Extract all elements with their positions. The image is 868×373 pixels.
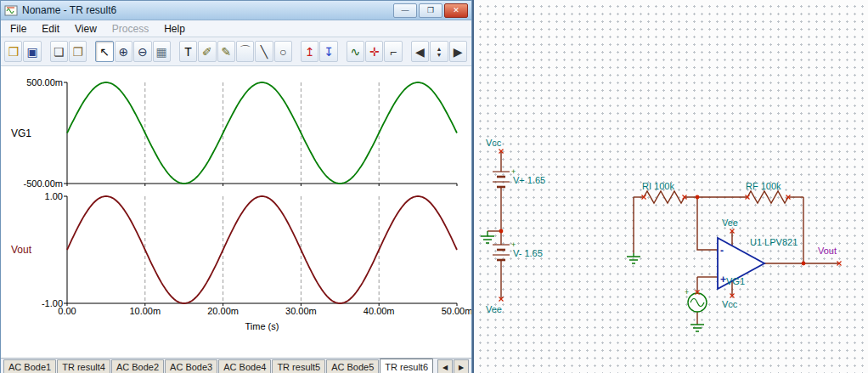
tab-tr-result4[interactable]: TR result4 — [57, 359, 110, 373]
opamp-minus-input: - — [720, 245, 724, 257]
battery-vplus-label[interactable]: V+ 1.65 — [513, 175, 545, 185]
copy-button[interactable]: ❏ — [50, 41, 68, 62]
close-button[interactable]: ✕ — [444, 3, 468, 18]
x-tick-label: 40.00m — [364, 306, 395, 316]
junction-dot — [499, 229, 504, 234]
schematic-canvas[interactable]: Vcc Vee + V+ 1.65 + V- 1.65 — [472, 0, 868, 373]
ground-ri[interactable] — [627, 253, 640, 263]
resistor-rf-label[interactable]: RF 100k — [746, 181, 781, 191]
cursor-icon: ↖ — [99, 45, 110, 59]
tab-scroll-right-button[interactable]: ▶ — [454, 359, 469, 373]
voltage-pin-button[interactable]: ↥ — [301, 41, 318, 62]
current-pin-button[interactable]: ↧ — [319, 41, 337, 62]
y-tick-label: 500.00m — [26, 77, 63, 88]
y-tick-label: 1.00 — [45, 191, 63, 201]
grid-icon: ▦ — [156, 45, 167, 59]
zoom-100-button[interactable]: ⊖ — [133, 41, 151, 62]
tab-scroll-buttons: ◀▶ — [437, 359, 469, 373]
zoom-100-icon: ⊖ — [138, 45, 148, 59]
opamp-vcc-pin-label[interactable]: Vcc — [722, 299, 738, 309]
menu-file[interactable]: File — [3, 22, 34, 36]
resistor-rf[interactable]: RF 100k — [746, 181, 788, 203]
line-icon: ╲ — [261, 45, 268, 59]
meter-button[interactable]: ⌒ — [236, 41, 254, 62]
restore-button[interactable]: ❐ — [419, 3, 442, 18]
waveform-icon: ∿ — [351, 45, 361, 59]
x-tick-label: 50.00m — [442, 306, 471, 316]
spinner-up-icon[interactable]: ▲ — [436, 46, 442, 52]
vout-port[interactable]: Vout — [818, 246, 837, 256]
battery-vminus[interactable]: + V- 1.65 — [493, 240, 543, 260]
vg1-curve[interactable] — [67, 82, 457, 184]
source-vg1-label[interactable]: VG1 — [726, 276, 745, 286]
result-tab-bar: AC Bode1TR result4AC Bode2AC Bode3AC Bod… — [1, 358, 471, 373]
x-tick-label: 20.00m — [207, 306, 239, 316]
text-button[interactable]: T — [179, 41, 197, 62]
meter-icon: ⌒ — [240, 44, 251, 59]
tab-ac-bode1[interactable]: AC Bode1 — [3, 359, 56, 373]
vee-net-label[interactable]: Vee — [486, 304, 502, 314]
spinner-button[interactable]: ▲▼ — [430, 41, 448, 62]
vcc-net-label[interactable]: Vcc — [486, 138, 502, 148]
window-title: Noname - TR result6 — [22, 4, 387, 16]
axes — [64, 82, 457, 306]
app-icon — [4, 4, 18, 16]
tab-scroll-left-button[interactable]: ◀ — [437, 359, 453, 373]
menu-view[interactable]: View — [67, 22, 104, 36]
opamp-vee-pin-label[interactable]: Vee — [722, 218, 738, 228]
time-axis-label: Time (s) — [245, 321, 279, 331]
menu-edit[interactable]: Edit — [34, 22, 67, 36]
add-pin-icon: ✛ — [369, 45, 380, 59]
tab-ac-bode4[interactable]: AC Bode4 — [218, 359, 271, 373]
save-button[interactable]: ▣ — [23, 41, 41, 62]
x-tick-label: 0.00 — [58, 306, 76, 316]
tab-tr-result5[interactable]: TR result5 — [272, 359, 325, 373]
voltage-pin-icon: ↥ — [305, 45, 315, 59]
ground-vg1[interactable] — [690, 325, 704, 331]
tab-ac-bode3[interactable]: AC Bode3 — [165, 359, 217, 373]
tool-prev-button[interactable]: ◀ — [411, 41, 429, 62]
menu-help[interactable]: Help — [156, 22, 193, 36]
corner-button[interactable]: ⌐ — [384, 41, 402, 62]
copy-icon: ❏ — [54, 45, 65, 59]
ellipse-icon: ○ — [279, 45, 286, 59]
resistor-ri[interactable]: RI 100k — [642, 181, 685, 203]
ground-battery[interactable] — [481, 231, 494, 243]
gridlines — [145, 82, 379, 303]
menu-process[interactable]: Process — [104, 22, 156, 36]
titlebar[interactable]: Noname - TR result6 —❐✕ — [1, 1, 471, 20]
open-icon: ❒ — [8, 45, 19, 59]
result-window: Noname - TR result6 —❐✕ FileEditViewProc… — [0, 0, 472, 373]
grid-button[interactable]: ▦ — [153, 41, 171, 62]
tool-next-button[interactable]: ▶ — [449, 41, 467, 62]
schematic-drawing: Vcc Vee + V+ 1.65 + V- 1.65 — [474, 0, 868, 373]
y-tick-label: -500.00m — [24, 178, 63, 189]
opamp-u1-label[interactable]: U1 LPV821 — [750, 237, 798, 247]
vout-label[interactable]: Vout — [818, 246, 837, 256]
window-controls: —❐✕ — [392, 3, 468, 18]
battery-vminus-label[interactable]: V- 1.65 — [513, 248, 543, 258]
signal-probe-button[interactable]: ✎ — [217, 41, 235, 62]
probe-icon: ✐ — [202, 45, 212, 59]
paste-icon: ❐ — [72, 45, 83, 59]
ellipse-button[interactable]: ○ — [274, 41, 292, 62]
tab-tr-result6[interactable]: TR result6 — [380, 359, 433, 373]
resistor-ri-label[interactable]: RI 100k — [642, 181, 674, 191]
zoom-in-button[interactable]: ⊕ — [115, 41, 132, 62]
add-pin-button[interactable]: ✛ — [365, 41, 383, 62]
waveform-button[interactable]: ∿ — [347, 41, 364, 62]
spinner-down-icon[interactable]: ▼ — [436, 52, 442, 58]
menu-bar: FileEditViewProcessHelp — [1, 20, 471, 37]
schematic-decorations — [499, 150, 842, 302]
tab-ac-bode2[interactable]: AC Bode2 — [111, 359, 164, 373]
corner-icon: ⌐ — [390, 45, 397, 59]
tool-next-icon: ▶ — [454, 45, 463, 59]
line-button[interactable]: ╲ — [255, 41, 273, 62]
open-button[interactable]: ❒ — [4, 41, 22, 62]
cursor-button[interactable]: ↖ — [95, 41, 113, 62]
probe-button[interactable]: ✐ — [198, 41, 216, 62]
minimize-button[interactable]: — — [393, 3, 417, 18]
tab-ac-bode5[interactable]: AC Bode5 — [326, 359, 379, 373]
vout-curve[interactable] — [67, 196, 457, 303]
paste-button[interactable]: ❐ — [69, 41, 87, 62]
